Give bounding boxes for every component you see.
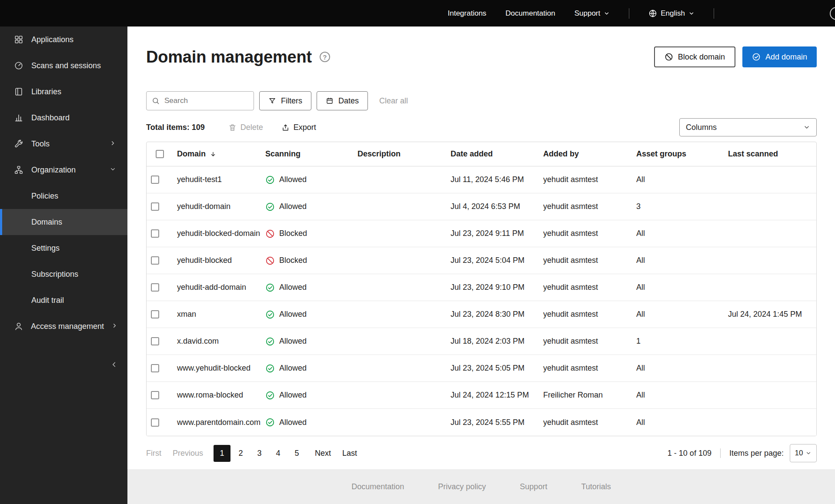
- pagination-page-5[interactable]: 5: [288, 445, 305, 462]
- export-button[interactable]: Export: [281, 123, 316, 132]
- pagination-page-3[interactable]: 3: [251, 445, 268, 462]
- columns-dropdown[interactable]: Columns: [679, 118, 817, 136]
- wrench-icon: [14, 139, 24, 149]
- sidebar-item-organization[interactable]: Organization: [0, 157, 127, 183]
- row-scanning: Blocked: [261, 229, 353, 239]
- row-asset-groups: All: [632, 418, 724, 427]
- scanning-label: Allowed: [279, 337, 307, 346]
- table-row: yehudit-domainAllowedJul 4, 2024 6:53 PM…: [147, 193, 816, 220]
- sidebar-collapse-button[interactable]: [106, 357, 122, 372]
- add-domain-button[interactable]: Add domain: [742, 46, 817, 67]
- pagination-range: 1 - 10 of 109: [668, 449, 711, 458]
- checkbox-icon: [151, 418, 159, 427]
- table-row: yehudit-test1AllowedJul 11, 2024 5:46 PM…: [147, 166, 816, 193]
- row-scanning: Blocked: [261, 256, 353, 265]
- language-selector[interactable]: English: [648, 9, 695, 18]
- row-checkbox[interactable]: [147, 202, 173, 211]
- allowed-check-icon: [265, 202, 275, 212]
- sidebar-item-tools[interactable]: Tools: [0, 131, 127, 157]
- sidebar-item-libraries[interactable]: Libraries: [0, 79, 127, 105]
- sidebar-item-settings[interactable]: Settings: [0, 235, 127, 261]
- row-date-added: Jul 23, 2024 9:10 PM: [446, 283, 539, 292]
- row-checkbox[interactable]: [147, 229, 173, 238]
- sidebar-item-subscriptions[interactable]: Subscriptions: [0, 261, 127, 287]
- column-header-domain[interactable]: Domain: [173, 149, 261, 159]
- topbar-link-documentation[interactable]: Documentation: [505, 9, 555, 18]
- column-header-date-added[interactable]: Date added: [446, 149, 539, 159]
- table-header-row: Domain Scanning Description Date added A…: [147, 142, 816, 166]
- row-date-added: Jul 4, 2024 6:53 PM: [446, 202, 539, 211]
- chevron-down-icon: [805, 450, 812, 456]
- block-domain-button[interactable]: Block domain: [654, 46, 735, 67]
- sidebar-item-access-management[interactable]: Access management: [0, 313, 127, 339]
- row-checkbox[interactable]: [147, 176, 173, 184]
- sidebar-item-applications[interactable]: Applications: [0, 27, 127, 53]
- sidebar-item-policies[interactable]: Policies: [0, 183, 127, 209]
- dates-button[interactable]: Dates: [317, 91, 368, 110]
- footer-link-tutorials[interactable]: Tutorials: [581, 482, 611, 491]
- row-checkbox[interactable]: [147, 310, 173, 318]
- row-asset-groups: All: [632, 310, 724, 319]
- page-header: Domain management Block domain: [146, 46, 817, 67]
- pagination-last[interactable]: Last: [342, 449, 357, 458]
- divider: [629, 8, 629, 19]
- clear-all-button[interactable]: Clear all: [379, 96, 408, 106]
- column-header-last-scanned[interactable]: Last scanned: [724, 149, 816, 159]
- help-icon[interactable]: [320, 52, 330, 62]
- row-last-scanned: Jul 24, 2024 1:45 PM: [724, 310, 816, 319]
- row-checkbox[interactable]: [147, 256, 173, 265]
- allowed-check-icon: [265, 310, 275, 319]
- sidebar-item-domains[interactable]: Domains: [0, 209, 127, 235]
- table-row: xmanAllowedJul 23, 2024 8:30 PMyehudit a…: [147, 301, 816, 328]
- pagination-previous[interactable]: Previous: [173, 449, 203, 458]
- row-checkbox[interactable]: [147, 418, 173, 427]
- add-domain-label: Add domain: [765, 53, 807, 62]
- row-domain: www.yehudit-blocked: [173, 364, 261, 373]
- select-all-checkbox[interactable]: [147, 150, 173, 158]
- topbar-link-integrations[interactable]: Integrations: [448, 9, 487, 18]
- sidebar-item-audit-trail[interactable]: Audit trail: [0, 287, 127, 313]
- row-checkbox[interactable]: [147, 337, 173, 345]
- sort-descending-icon[interactable]: [210, 151, 217, 158]
- column-header-added-by[interactable]: Added by: [539, 149, 632, 159]
- row-checkbox[interactable]: [147, 364, 173, 372]
- column-header-description[interactable]: Description: [353, 149, 446, 159]
- row-domain: www.parentdomain.com: [173, 418, 261, 427]
- pagination-page-1[interactable]: 1: [214, 445, 230, 462]
- sidebar-item-label: Tools: [31, 139, 50, 149]
- topbar-support-menu[interactable]: Support: [574, 9, 610, 18]
- row-checkbox[interactable]: [147, 283, 173, 292]
- row-checkbox[interactable]: [147, 391, 173, 399]
- footer-link-support[interactable]: Support: [520, 482, 547, 491]
- column-label: Scanning: [265, 149, 301, 159]
- sidebar-item-scans-and-sessions[interactable]: Scans and sessions: [0, 53, 127, 79]
- footer-link-documentation[interactable]: Documentation: [351, 482, 404, 491]
- table-row: www.parentdomain.comAllowedJul 23, 2024 …: [147, 409, 816, 436]
- scanning-label: Allowed: [279, 283, 307, 292]
- row-date-added: Jul 11, 2024 5:46 PM: [446, 175, 539, 184]
- table-row: x.david.comAllowedJul 18, 2024 2:03 PMye…: [147, 328, 816, 355]
- delete-button[interactable]: Delete: [228, 123, 263, 132]
- items-per-page-label: Items per page:: [729, 449, 784, 458]
- divider: [714, 8, 714, 19]
- row-date-added: Jul 23, 2024 8:30 PM: [446, 310, 539, 319]
- pagination-next[interactable]: Next: [315, 449, 331, 458]
- items-per-page-select[interactable]: 10: [790, 444, 817, 462]
- column-header-asset-groups[interactable]: Asset groups: [632, 149, 724, 159]
- sidebar-item-label: Dashboard: [31, 113, 70, 123]
- sidebar-item-dashboard[interactable]: Dashboard: [0, 105, 127, 131]
- row-scanning: Allowed: [261, 337, 353, 346]
- checkbox-icon: [151, 202, 159, 211]
- footer-link-privacy-policy[interactable]: Privacy policy: [438, 482, 486, 491]
- pagination-page-4[interactable]: 4: [270, 445, 287, 462]
- filters-button[interactable]: Filters: [259, 91, 311, 110]
- table-body: yehudit-test1AllowedJul 11, 2024 5:46 PM…: [147, 166, 816, 436]
- pagination-page-2[interactable]: 2: [232, 445, 249, 462]
- bar-chart-icon: [14, 113, 24, 123]
- pagination-first[interactable]: First: [146, 449, 161, 458]
- checkbox-icon: [151, 256, 159, 265]
- search-input[interactable]: [164, 96, 248, 106]
- column-header-scanning[interactable]: Scanning: [261, 149, 353, 159]
- user-avatar[interactable]: [830, 7, 835, 20]
- row-date-added: Jul 23, 2024 5:04 PM: [446, 256, 539, 265]
